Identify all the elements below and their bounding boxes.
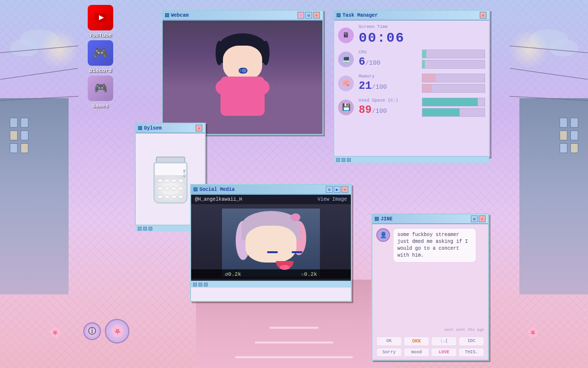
reaction-idc[interactable]: IDC xyxy=(459,337,484,346)
webcam-titlebar: Webcam ♡ ⚙ ✕ xyxy=(163,11,322,21)
socialmedia-footer xyxy=(191,281,351,288)
social-char xyxy=(232,211,310,275)
webcam-close-btn[interactable]: ✕ xyxy=(313,12,320,19)
reaction-this[interactable]: THIS. xyxy=(459,348,484,357)
jar-contents xyxy=(155,175,186,202)
memory-value: 21 xyxy=(359,80,371,92)
socialmedia-title: Social Media xyxy=(199,187,324,192)
social-username: @H_angelkawaii_H xyxy=(195,197,242,202)
footer-dot-1 xyxy=(138,227,142,231)
reaction-sorry[interactable]: Sorry xyxy=(376,348,402,357)
titlebar-dot xyxy=(375,217,379,221)
titlebar-dot xyxy=(337,13,341,17)
youtube-icon[interactable]: YouTube xyxy=(83,5,118,38)
footer-dot-2 xyxy=(143,227,147,231)
cpu-value: 6 xyxy=(359,56,365,68)
jar: さま↑ xyxy=(151,155,190,204)
dylsem-close-btn[interactable]: ✕ xyxy=(196,125,202,131)
socialmedia-buttons: ⚙ ▶ ✕ xyxy=(326,186,348,193)
memory-bar-fill xyxy=(422,74,436,82)
jine-message-bubble: some fuckboy streamer just dmed me askin… xyxy=(393,228,476,263)
titlebar-dot xyxy=(138,126,142,130)
jine-reactions: OK OKK :.( IDC Sorry mood LOVE THIS. xyxy=(372,334,488,360)
taskmanager-content: 🖥 Screen Time 00:06 💻 CPU 6 /100 xyxy=(334,21,489,156)
social-eye-left xyxy=(267,251,278,253)
webcam-settings-btn[interactable]: ⚙ xyxy=(305,12,312,19)
taskmanager-close-btn[interactable]: ✕ xyxy=(480,12,487,19)
jine-close-btn[interactable]: ✕ xyxy=(479,215,486,222)
reaction-love[interactable]: LOVE xyxy=(431,348,457,357)
discord-icon-img: 🎮 xyxy=(88,40,113,66)
memory-max: /100 xyxy=(371,83,387,91)
character-icon[interactable]: 🌸 xyxy=(105,319,129,343)
discord-icon[interactable]: 🎮 Discord xyxy=(83,40,118,74)
disk-bar-2-fill xyxy=(422,108,460,116)
cpu-bar-2-fill xyxy=(422,60,425,68)
memory-value-row: 21 /100 xyxy=(359,80,422,92)
jine-buttons: ⚙ ✕ xyxy=(471,215,486,222)
taskmanager-buttons: ✕ xyxy=(480,12,487,19)
taskmanager-titlebar: Task Manager ✕ xyxy=(334,11,489,21)
street-decor-left: 🌸 xyxy=(49,326,61,339)
pill xyxy=(178,186,184,190)
memory-bars xyxy=(422,74,485,93)
games-icon[interactable]: 🎮 Games xyxy=(83,76,118,109)
view-image-button[interactable]: View Image xyxy=(318,197,347,202)
social-eyes xyxy=(267,251,302,253)
games-label: Games xyxy=(92,103,108,109)
footer-dot-2 xyxy=(342,158,345,162)
webcam-window: Webcam ♡ ⚙ ✕ xyxy=(162,10,323,135)
youtube-label: YouTube xyxy=(89,32,112,38)
cpu-bar-fill xyxy=(422,50,426,58)
reaction-ok[interactable]: OK xyxy=(376,337,402,346)
socialmedia-post-header: @H_angelkawaii_H View Image xyxy=(191,195,351,205)
reaction-mood[interactable]: mood xyxy=(404,348,429,357)
social-anime-character xyxy=(222,209,320,277)
pill xyxy=(171,186,177,190)
webcam-buttons: ♡ ⚙ ✕ xyxy=(297,12,320,19)
street-decor-right: 🌸 xyxy=(527,326,539,339)
footer-dot-1 xyxy=(193,283,197,287)
jine-chat-area: 👤 some fuckboy streamer just dmed me ask… xyxy=(372,224,488,327)
streetlight-glow-left xyxy=(39,29,78,69)
memory-label: Memory xyxy=(359,74,422,79)
jine-sender-avatar: 👤 xyxy=(376,228,390,242)
memory-bar-2 xyxy=(422,84,485,93)
disk-value-row: 89 /100 xyxy=(359,104,422,116)
disk-value: 89 xyxy=(359,104,371,116)
pill xyxy=(164,179,170,183)
cpu-bar-2 xyxy=(422,60,485,69)
jar-body xyxy=(153,162,188,204)
pill xyxy=(171,179,177,183)
pill xyxy=(157,179,163,183)
reaction-okk[interactable]: OKK xyxy=(404,337,429,346)
footer-dot-2 xyxy=(198,283,202,287)
disk-avatar: 💾 xyxy=(338,100,354,115)
cpu-row: 💻 CPU 6 /100 xyxy=(338,50,485,69)
disk-bars xyxy=(422,98,485,117)
socialmedia-play-btn[interactable]: ▶ xyxy=(334,186,341,193)
disk-bar-fill xyxy=(422,98,478,106)
jine-settings-btn[interactable]: ⚙ xyxy=(471,215,478,222)
socialmedia-settings-btn[interactable]: ⚙ xyxy=(326,186,333,193)
webcam-video xyxy=(163,21,322,134)
dylsem-buttons: ✕ xyxy=(196,125,202,131)
memory-bar xyxy=(422,74,485,82)
reaction-cry[interactable]: :.( xyxy=(431,337,457,346)
notification-icon[interactable]: ⓘ xyxy=(83,322,101,340)
socialmedia-titlebar: Social Media ⚙ ▶ ✕ xyxy=(191,185,351,195)
discord-label: Discord xyxy=(89,68,112,74)
socialmedia-close-btn[interactable]: ✕ xyxy=(342,186,348,193)
cpu-info: CPU 6 /100 xyxy=(359,50,422,68)
taskmanager-window: Task Manager ✕ 🖥 Screen Time 00:06 💻 CPU… xyxy=(333,10,490,157)
social-tongue xyxy=(280,265,290,270)
social-face xyxy=(245,226,296,263)
disk-info: Used Space (C:) 89 /100 xyxy=(359,98,422,116)
char-face xyxy=(223,46,262,80)
anime-character xyxy=(213,33,272,131)
char-body xyxy=(220,77,265,116)
taskmanager-footer xyxy=(334,156,489,163)
webcam-heart-btn[interactable]: ♡ xyxy=(297,12,304,19)
char-eye-right xyxy=(241,68,247,74)
start-area: ⓘ 🌸 xyxy=(83,319,129,343)
